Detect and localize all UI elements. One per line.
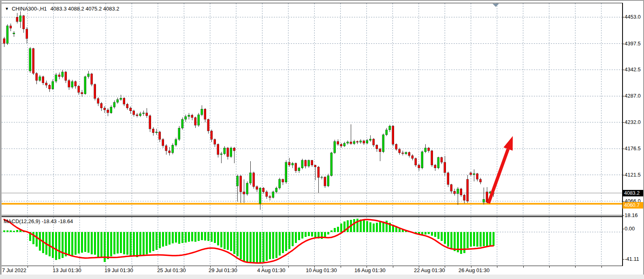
time-axis-label: 22 Aug 01:30 [414,267,445,273]
macd-indicator-label: MACD(12,26,9) -18.43 -18.64 [4,218,73,224]
chart-shift-marker-icon[interactable] [493,4,499,7]
axis-tick [622,229,624,229]
time-axis-tick [523,266,524,268]
price-axis-label: 4397.5 [625,40,641,47]
time-axis-label: 4 Aug 01:30 [257,267,285,273]
current-price-tag: 4083.2 [623,190,644,196]
price-axis-label: -41.11 [625,256,639,262]
axis-tick [622,70,624,70]
candlestick-chart [2,3,622,215]
support-price-tag: 4060.7 [623,202,644,209]
axis-tick [622,44,624,44]
axis-tick [622,201,624,202]
time-axis-label: 7 Jul 2022 [2,267,26,273]
macd-chart [2,217,622,266]
pane-separator-lower[interactable] [2,216,623,217]
price-axis-label: 0.00 [625,226,635,232]
time-axis[interactable]: 7 Jul 202213 Jul 01:3019 Jul 01:3025 Jul… [2,266,622,275]
axis-tick [622,215,624,216]
macd-signal-line [4,219,493,263]
price-axis-label: 4176.5 [625,145,641,152]
time-axis-tick [497,266,497,268]
time-axis-label: 29 Jul 01:30 [209,267,237,273]
time-axis-tick [549,266,550,268]
chart-title-ohlc: 4083.3 4088.2 4075.2 4083.2 [51,6,119,12]
time-axis-label: 26 Aug 01:30 [458,267,490,273]
axis-tick [622,122,624,123]
time-axis-label: 25 Jul 01:30 [157,267,186,273]
price-axis-label: 18.16 [625,212,638,219]
time-axis-tick [341,266,341,268]
axis-tick [622,96,624,96]
window-left-edge [0,0,2,279]
axis-tick [622,259,624,260]
macd-pane[interactable]: MACD(12,26,9) -18.43 -18.64 [2,217,622,266]
time-axis-label: 13 Jul 01:30 [53,267,81,273]
symbol-dropdown-icon[interactable]: ▼ [5,6,9,11]
price-axis-label: 4342.5 [625,66,641,73]
chart-title-symbol: CHINA300-,H1 [12,6,47,12]
time-axis-tick [288,266,289,268]
price-axis-label: 4121.5 [625,172,641,178]
window-bottom-edge [0,275,644,279]
time-axis-label: 16 Aug 01:30 [354,267,386,273]
time-axis-tick [393,266,393,268]
time-axis-tick [601,266,602,268]
time-axis-label: 19 Jul 01:30 [104,267,133,273]
axis-tick [622,17,624,17]
axis-tick [622,149,624,149]
chart-top-border [2,3,623,3]
price-axis[interactable]: 4453.04397.54342.54287.04232.04176.54121… [622,3,644,266]
price-axis-label: 4232.0 [625,119,641,126]
pane-separator[interactable] [2,215,622,215]
price-axis-label: 4287.0 [625,93,641,99]
price-chart-pane[interactable]: ▼CHINA300-,H14083.3 4088.2 4075.2 4083.2 [2,3,622,215]
time-axis-label: 10 Aug 01:30 [306,267,337,273]
mt4-chart-window: ▼CHINA300-,H14083.3 4088.2 4075.2 4083.2… [0,0,644,279]
trend-arrow[interactable] [503,136,513,151]
price-axis-label: 4453.0 [625,14,641,20]
time-axis-tick [575,266,576,268]
axis-tick [622,175,624,175]
chart-title: ▼CHINA300-,H14083.3 4088.2 4075.2 4083.2 [5,6,119,12]
time-axis-tick [28,266,28,268]
window-top-edge [0,0,644,1]
